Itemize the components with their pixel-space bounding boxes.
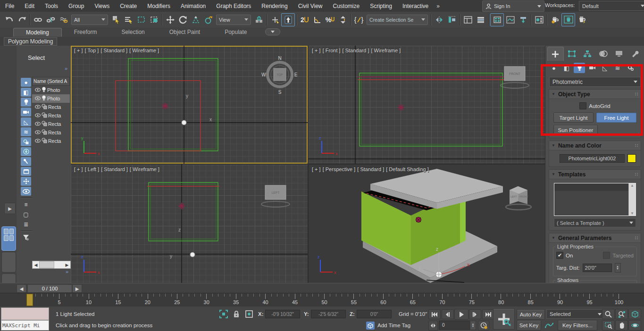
menu-tools[interactable]: Tools bbox=[40, 0, 63, 12]
explorer-row-recta-3[interactable]: Recta bbox=[32, 111, 70, 120]
display-cameras-icon[interactable] bbox=[21, 108, 31, 116]
filter-settings-icon[interactable] bbox=[21, 233, 31, 242]
list-view-icon[interactable]: ≡ bbox=[21, 200, 31, 209]
viewport-top-canvas[interactable]: y x TOP N E S W y x bbox=[71, 46, 308, 164]
menu-rendering[interactable]: Rendering bbox=[256, 0, 293, 12]
time-slider-caret[interactable] bbox=[26, 294, 33, 306]
viewport-perspective[interactable]: [ + ] [ Perspective ] [ Standard ] [ Def… bbox=[309, 165, 545, 283]
frame-spinner[interactable]: ▲▼ bbox=[470, 321, 476, 330]
autogrid-checkbox[interactable] bbox=[579, 102, 586, 109]
mirror-button[interactable] bbox=[433, 14, 445, 26]
display-spacewarps-icon[interactable]: ≋ bbox=[21, 127, 31, 136]
object-type-rollout-header[interactable]: ▼ Object Type ∷ bbox=[549, 90, 641, 99]
bind-to-space-warp-icon[interactable] bbox=[57, 14, 70, 26]
select-and-rotate-button[interactable] bbox=[176, 14, 189, 26]
viewport-menu-pov[interactable]: [ Top ] bbox=[85, 48, 99, 53]
display-groups-icon[interactable] bbox=[21, 137, 31, 146]
viewport-menu-pov[interactable]: [ Left ] bbox=[85, 166, 100, 172]
menu-modifiers[interactable]: Modifiers bbox=[142, 0, 176, 12]
category-spacewarps-icon[interactable]: ≋ bbox=[612, 63, 623, 73]
templates-rollout-header[interactable]: ▼ Templates ∷ bbox=[549, 170, 641, 179]
tab-hierarchy[interactable] bbox=[580, 47, 595, 61]
category-helpers-icon[interactable]: ◺ bbox=[599, 63, 611, 73]
ribbon-tab-selection[interactable]: Selection bbox=[109, 28, 157, 37]
menu-customize[interactable]: Customize bbox=[328, 0, 365, 12]
redo-button[interactable] bbox=[16, 14, 28, 26]
detail-view-icon[interactable]: ≣ bbox=[21, 220, 31, 229]
menu-file[interactable]: File bbox=[0, 0, 19, 12]
window-crossing-toggle-button[interactable] bbox=[148, 14, 160, 26]
zoom-extents-button[interactable] bbox=[628, 309, 641, 319]
blank-view-icon[interactable]: ▢ bbox=[21, 210, 31, 219]
maxscript-mini-listener[interactable]: MAXScript Mi bbox=[1, 320, 49, 331]
explorer-row-photo-0[interactable]: Photo bbox=[32, 86, 70, 94]
light-on-checkbox[interactable]: ✔ bbox=[556, 252, 563, 259]
display-helpers-icon[interactable]: ◺ bbox=[21, 117, 31, 126]
menu-scripting[interactable]: Scripting bbox=[365, 0, 397, 12]
polygon-modeling-panel-button[interactable]: Polygon Modeling bbox=[4, 37, 57, 46]
viewport-menu-general[interactable]: [ + ] bbox=[312, 166, 321, 172]
name-color-rollout-header[interactable]: ▼ Name and Color ∷ bbox=[549, 141, 641, 150]
absolute-offset-toggle-icon[interactable] bbox=[244, 309, 254, 319]
viewport-top[interactable]: [ + ] [ Top ] [ Standard ] [ Wireframe ]… bbox=[71, 46, 308, 164]
time-slider-next-button[interactable]: ▶ bbox=[72, 284, 82, 293]
expand-panel-arrow-button[interactable]: ▶ bbox=[4, 203, 16, 214]
menu-create[interactable]: Create bbox=[115, 0, 142, 12]
snaps-toggle-button[interactable]: 2 bbox=[298, 14, 311, 26]
viewport-front[interactable]: [ + ] [ Front ] [ Standard ] [ Wireframe… bbox=[309, 46, 545, 164]
viewport-layout-tab-quad[interactable] bbox=[1, 226, 16, 251]
visibility-eye-icon[interactable] bbox=[35, 87, 41, 93]
target-light-button[interactable]: Target Light bbox=[553, 113, 594, 123]
object-color-swatch[interactable] bbox=[627, 154, 636, 163]
visibility-eye-icon[interactable] bbox=[35, 104, 41, 110]
light-gizmo[interactable] bbox=[178, 203, 185, 209]
selection-filter-dropdown[interactable]: All bbox=[71, 15, 108, 25]
ribbon-overflow-dropdown[interactable] bbox=[265, 28, 280, 35]
ribbon-tab-populate[interactable]: Populate bbox=[212, 28, 259, 37]
toggle-scene-explorer-button[interactable] bbox=[461, 14, 474, 26]
visibility-eye-icon[interactable] bbox=[35, 130, 41, 135]
named-selection-sets-dropdown[interactable]: Create Selection Se bbox=[367, 15, 428, 25]
menu-interactive[interactable]: Interactive bbox=[397, 0, 434, 12]
menu-graph-editors[interactable]: Graph Editors bbox=[211, 0, 256, 12]
ribbon-tab-object-paint[interactable]: Object Paint bbox=[157, 28, 212, 37]
render-production-button[interactable] bbox=[575, 14, 588, 26]
default-in-out-tangents-icon[interactable] bbox=[544, 320, 555, 330]
sun-positioner-gizmo[interactable] bbox=[190, 252, 195, 257]
category-lights-icon[interactable] bbox=[574, 63, 585, 73]
zoom-button[interactable] bbox=[602, 309, 615, 319]
viewport-perspective-canvas[interactable]: z x y LEFT FRONT z x bbox=[309, 165, 545, 283]
zoom-region-button[interactable] bbox=[602, 320, 615, 331]
light-gizmo[interactable] bbox=[416, 217, 421, 223]
category-shapes-icon[interactable]: ◧ bbox=[561, 63, 572, 73]
targ-dist-field[interactable]: 20'0" bbox=[583, 264, 612, 272]
viewport-menu-pov[interactable]: [ Front ] bbox=[323, 48, 341, 53]
select-and-move-button[interactable] bbox=[164, 14, 176, 26]
targ-dist-spinner[interactable]: ▲▼ bbox=[615, 263, 621, 273]
display-lights-icon[interactable] bbox=[21, 98, 31, 107]
viewport-menu-general[interactable]: [ + ] bbox=[74, 48, 83, 53]
top-view-compass[interactable]: TOP N E S W bbox=[261, 56, 297, 95]
set-key-button[interactable]: Set Key bbox=[517, 320, 541, 331]
menu-animation[interactable]: Animation bbox=[176, 0, 211, 12]
pan-view-button[interactable] bbox=[615, 320, 628, 331]
ribbon-tab-freeform[interactable]: Freeform bbox=[62, 28, 109, 37]
menu-civil-view[interactable]: Civil View bbox=[293, 0, 328, 12]
light-gizmo[interactable] bbox=[162, 103, 168, 109]
scroll-left-arrow[interactable]: ◀ bbox=[33, 261, 39, 268]
explorer-row-photo-1[interactable]: Photo bbox=[32, 94, 70, 103]
unlink-selection-icon[interactable] bbox=[44, 14, 57, 26]
zoom-all-button[interactable] bbox=[615, 309, 628, 319]
maxscript-mini-listener-macro[interactable] bbox=[1, 307, 49, 320]
viewport-menu-shading[interactable]: [ Wireframe ] bbox=[129, 48, 159, 53]
viewport-menu-renderer[interactable]: [ Standard ] bbox=[357, 166, 384, 172]
coord-y-field[interactable]: -2'5 6/32" bbox=[311, 310, 346, 318]
toggle-layer-explorer-button[interactable] bbox=[474, 14, 487, 26]
display-frozen-icon[interactable] bbox=[21, 167, 31, 176]
display-visibility-eye-icon[interactable] bbox=[21, 187, 31, 196]
select-link-icon[interactable] bbox=[32, 14, 44, 26]
material-editor-button[interactable] bbox=[533, 14, 545, 26]
next-frame-button[interactable] bbox=[469, 309, 481, 319]
coord-x-field[interactable]: -0'9 10/32" bbox=[265, 310, 300, 318]
viewport-menu-general[interactable]: [ + ] bbox=[74, 166, 83, 172]
